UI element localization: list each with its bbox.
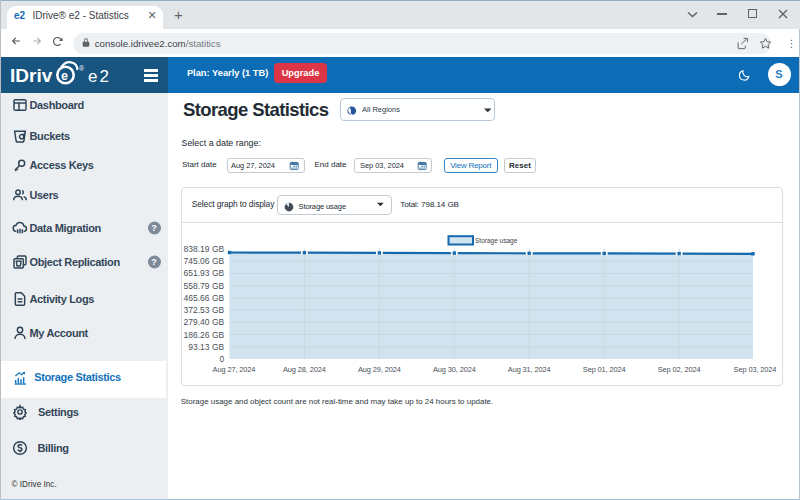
svg-text:745.06 GB: 745.06 GB: [184, 256, 225, 266]
svg-text:Aug 27, 2024: Aug 27, 2024: [213, 365, 256, 374]
svg-text:Aug 28, 2024: Aug 28, 2024: [283, 365, 326, 374]
svg-text:®: ®: [79, 65, 85, 72]
svg-text:465.66 GB: 465.66 GB: [184, 293, 225, 303]
svg-text:651.93 GB: 651.93 GB: [184, 268, 225, 278]
svg-text:Aug 29, 2024: Aug 29, 2024: [358, 365, 401, 374]
svg-text:e: e: [61, 69, 68, 83]
svg-text:558.79 GB: 558.79 GB: [184, 281, 225, 291]
svg-text:372.53 GB: 372.53 GB: [184, 305, 225, 315]
svg-text:279.40 GB: 279.40 GB: [184, 317, 225, 327]
svg-text:e2: e2: [88, 67, 111, 86]
svg-text:Sep 01, 2024: Sep 01, 2024: [583, 365, 626, 374]
svg-text:IDriv: IDriv: [10, 65, 53, 86]
svg-text:Sep 03, 2024: Sep 03, 2024: [734, 365, 777, 374]
svg-text:838.19 GB: 838.19 GB: [184, 244, 225, 254]
svg-text:Sep 02, 2024: Sep 02, 2024: [658, 365, 701, 374]
svg-text:Aug 31, 2024: Aug 31, 2024: [508, 365, 551, 374]
svg-text:186.26 GB: 186.26 GB: [184, 330, 225, 340]
svg-text:Storage usage: Storage usage: [475, 237, 518, 245]
svg-text:93.13 GB: 93.13 GB: [188, 342, 224, 352]
svg-text:Aug 30, 2024: Aug 30, 2024: [433, 365, 476, 374]
svg-text:0: 0: [219, 354, 224, 364]
